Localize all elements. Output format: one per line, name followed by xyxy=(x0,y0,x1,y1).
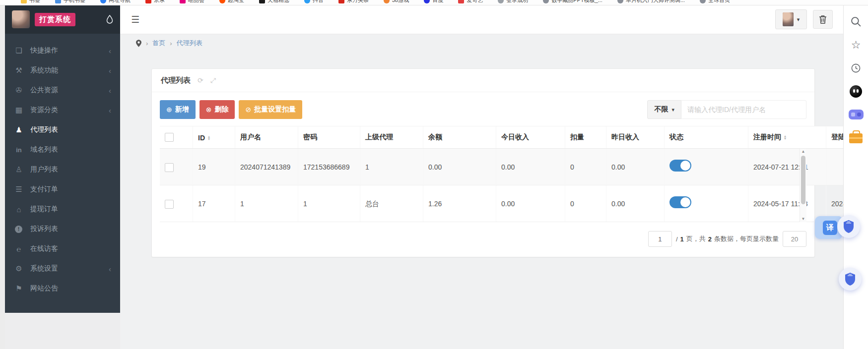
column-label: 注册时间 xyxy=(753,133,781,141)
total-pages: 1 xyxy=(680,235,684,243)
bookmark-label: 唯品会 xyxy=(188,0,204,4)
bookmark-item[interactable]: 唯品会 xyxy=(180,0,204,4)
column-label: 扣量 xyxy=(570,133,584,141)
toolbox-icon[interactable] xyxy=(849,133,863,143)
bookmark-item[interactable]: 天猫精选 xyxy=(259,0,289,4)
caret-down-icon: ▾ xyxy=(671,107,674,113)
sidebar-item-label: 资源分类 xyxy=(30,106,58,115)
bookmark-item[interactable]: 全球首页 xyxy=(700,0,730,4)
row-checkbox[interactable] xyxy=(165,200,174,209)
gamepad-icon[interactable] xyxy=(849,110,864,119)
cell-username: 2024071241389 xyxy=(235,149,298,185)
sidebar-item-label: 快捷操作 xyxy=(30,46,58,55)
add-button[interactable]: ⊕ 新增 xyxy=(160,100,196,119)
user-icon: ♙ xyxy=(14,165,24,174)
site-icon xyxy=(617,0,623,3)
black-ball-icon[interactable] xyxy=(850,85,862,98)
table-scrollbar[interactable]: ▲ ▼ xyxy=(800,149,806,222)
cell-status xyxy=(665,149,748,185)
bookmark-item[interactable]: 爱奇艺 xyxy=(458,0,483,4)
shield-fab[interactable] xyxy=(837,215,860,238)
sidebar-item-payment-orders[interactable]: ☰支付订单 xyxy=(5,179,120,199)
bookmark-item[interactable]: 登录成功 xyxy=(498,0,528,4)
user-menu-button[interactable]: ▾ xyxy=(775,9,807,29)
sidebar-item-online-visitors[interactable]: ℮在线访客 xyxy=(5,239,120,259)
star-icon[interactable]: ☆ xyxy=(851,39,861,51)
caret-down-icon: ▾ xyxy=(797,16,800,23)
status-toggle[interactable] xyxy=(669,160,691,172)
bookmark-item[interactable]: 百度 xyxy=(424,0,443,4)
sidebar-item-complaint-list[interactable]: !投诉列表 xyxy=(5,219,120,239)
toutiao-icon xyxy=(338,0,344,3)
sidebar-item-user-list[interactable]: ♙用户列表 xyxy=(5,160,120,179)
column-reg_time: 注册时间▴▾ xyxy=(748,126,826,149)
bookmark-item[interactable]: 东方头条 xyxy=(338,0,369,4)
bookmark-item[interactable]: 38游戏 xyxy=(384,0,409,4)
scrollbar-thumb[interactable] xyxy=(801,156,805,204)
droplet-icon[interactable] xyxy=(106,15,113,24)
sort-icon[interactable]: ▴▾ xyxy=(784,135,786,140)
breadcrumb-current[interactable]: 代理列表 xyxy=(177,39,202,48)
refresh-icon[interactable]: ⟳ xyxy=(198,76,203,84)
brand-badge: 打赏系统 xyxy=(35,13,75,26)
sidebar-item-agent-list[interactable]: ♟代理列表 xyxy=(5,120,120,140)
sidebar-item-withdraw-orders[interactable]: ⌂提现订单 xyxy=(5,199,120,219)
page-input[interactable]: 1 xyxy=(648,231,672,247)
bookmark-item[interactable]: 手机书签 xyxy=(55,0,85,4)
select-all-checkbox[interactable] xyxy=(165,133,174,142)
trash-button[interactable] xyxy=(813,10,833,29)
expand-icon[interactable]: ⤢ xyxy=(210,76,216,85)
page-size-input[interactable]: 20 xyxy=(783,231,806,247)
sidebar-item-system-settings[interactable]: ⚙系统设置‹ xyxy=(5,259,120,279)
chevron-left-icon: ‹ xyxy=(109,86,111,95)
clock-icon[interactable] xyxy=(851,63,861,73)
bookmark-item[interactable]: 网址导航 xyxy=(100,0,131,4)
sidebar-item-system-functions[interactable]: ⚒系统功能‹ xyxy=(5,60,120,80)
sidebar-item-site-announcements[interactable]: ⚑网站公告 xyxy=(5,279,120,298)
scroll-up-icon[interactable]: ▲ xyxy=(800,149,806,155)
search-icon[interactable] xyxy=(850,16,862,27)
main-area: ☰ ▾ › 首页 › 代理列表 代理列表 ⟳ ⤢ ⊕ 新增 xyxy=(120,5,844,349)
column-label: 昨日收入 xyxy=(611,133,639,141)
sidebar-item-public-resources[interactable]: ✇公共资源‹ xyxy=(5,80,120,100)
bookmark-item[interactable]: 抖音 xyxy=(304,0,324,4)
bookmark-item[interactable]: 数字藏品PPT模板_... xyxy=(543,0,602,4)
chevron-left-icon: ‹ xyxy=(109,47,111,55)
sidebar-item-label: 域名列表 xyxy=(30,145,58,154)
row-checkbox[interactable] xyxy=(165,163,174,172)
batch-deduction-button[interactable]: ⊘ 批量设置扣量 xyxy=(239,100,302,119)
delete-button[interactable]: ⊗ 删除 xyxy=(200,100,235,119)
bookmark-item[interactable]: 书签 xyxy=(21,0,40,4)
breadcrumb-home[interactable]: 首页 xyxy=(152,39,165,48)
tmall-icon xyxy=(259,0,265,3)
cell-status xyxy=(665,185,748,222)
bookmark-item[interactable]: 起淘宝 xyxy=(219,0,244,4)
sort-icon[interactable]: ▴▾ xyxy=(208,135,210,140)
gear-icon: ⚙ xyxy=(14,264,24,273)
cell-yesterday_income: 0.00 xyxy=(606,185,665,222)
film-icon: ✇ xyxy=(14,86,24,95)
breadcrumb-separator: › xyxy=(146,40,148,47)
bookmark-item[interactable]: 单片机入门大师评测调... xyxy=(617,0,685,4)
filter-dropdown[interactable]: 不限 ▾ xyxy=(647,100,681,119)
shield-fab[interactable] xyxy=(839,268,862,291)
sidebar-item-quick-actions[interactable]: ❏快捷操作‹ xyxy=(5,41,120,60)
cell-reg_time: 2024-05-17 11:23 xyxy=(748,185,826,222)
folder-icon: ❏ xyxy=(14,46,24,55)
bookmark-label: 单片机入门大师评测调... xyxy=(626,0,685,4)
card-header: 代理列表 ⟳ ⤢ xyxy=(152,69,814,92)
cell-checkbox xyxy=(160,185,193,222)
column-status: 状态 xyxy=(665,126,748,149)
phone-bookmark-icon xyxy=(55,0,61,3)
bookmark-item[interactable]: 京东 xyxy=(145,0,165,4)
agent-search-input[interactable] xyxy=(681,100,806,119)
sidebar-item-resource-categories[interactable]: ▦资源分类‹ xyxy=(5,100,120,120)
card-title: 代理列表 xyxy=(161,76,191,85)
hamburger-icon[interactable]: ☰ xyxy=(131,14,139,25)
bookmark-label: 全球首页 xyxy=(708,0,730,4)
status-toggle[interactable] xyxy=(669,196,691,208)
sidebar-item-domain-list[interactable]: in域名列表 xyxy=(5,140,120,160)
shield-icon xyxy=(843,220,855,233)
game-site-icon xyxy=(384,0,390,3)
scroll-down-icon[interactable]: ▼ xyxy=(800,216,806,222)
